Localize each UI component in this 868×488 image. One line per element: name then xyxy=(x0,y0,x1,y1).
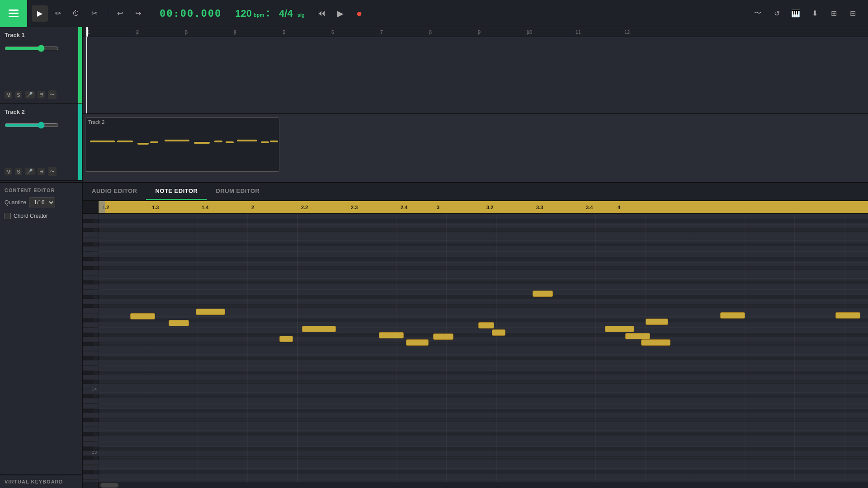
sig-label: sig xyxy=(297,12,305,18)
note-block-8[interactable] xyxy=(433,333,453,340)
play-button[interactable]: ▶ xyxy=(333,6,348,21)
note-ruler: 1.2 1.3 1.4 2 2.2 2.3 2.4 3 3.2 3.3 3.4 … xyxy=(99,201,868,214)
note-block-13[interactable] xyxy=(625,333,650,339)
track-1-row xyxy=(83,37,868,114)
note-block-5[interactable] xyxy=(302,326,336,332)
note-ruler-mark-10: 3.3 xyxy=(536,205,543,210)
c3-label: C3 xyxy=(91,450,97,455)
skip-back-button[interactable]: ⏮ xyxy=(314,6,329,21)
clip-note-4 xyxy=(150,141,158,143)
track-1-fx-button[interactable]: ⊟ xyxy=(38,91,45,99)
svg-rect-21 xyxy=(99,214,868,482)
ruler-mark-3: 3 xyxy=(185,29,188,35)
ruler-mark-2: 2 xyxy=(136,29,139,35)
drum-editor-tab[interactable]: DRUM EDITOR xyxy=(207,183,269,200)
chord-creator-checkbox[interactable] xyxy=(5,213,11,219)
svg-rect-23 xyxy=(99,214,868,482)
note-grid-area[interactable] xyxy=(99,214,868,482)
undo-button[interactable]: ↩ xyxy=(112,5,128,22)
note-block-9[interactable] xyxy=(478,322,494,328)
audio-editor-tab[interactable]: AUDIO EDITOR xyxy=(83,183,146,200)
clip-note-8 xyxy=(226,141,234,143)
svg-rect-24 xyxy=(99,214,868,482)
track-2-env-button[interactable]: 〜 xyxy=(48,167,57,176)
track-2-clip[interactable]: Track 2 xyxy=(85,117,279,172)
note-ruler-mark-12: 4 xyxy=(618,205,620,210)
track-2-mute-button[interactable]: M xyxy=(5,168,12,175)
note-block-7[interactable] xyxy=(406,339,429,346)
track-2-row: Track 2 xyxy=(83,114,868,182)
note-ruler-mark-4: 2 xyxy=(251,205,254,210)
record-button[interactable]: ● xyxy=(352,6,367,21)
select-tool-button[interactable]: ▶ xyxy=(32,5,48,22)
svg-rect-12 xyxy=(83,214,99,482)
pencil-tool-button[interactable]: ✏ xyxy=(50,5,66,22)
note-ruler-mark-11: 3.4 xyxy=(586,205,593,210)
clip-notes xyxy=(85,127,279,171)
clip-note-5 xyxy=(165,140,189,141)
note-ruler-mark-5: 2.2 xyxy=(301,205,308,210)
editor-tabs: AUDIO EDITOR NOTE EDITOR DRUM EDITOR xyxy=(83,183,868,201)
note-block-16[interactable] xyxy=(720,312,745,319)
quantize-row: Quantize 1/16 1/8 1/4 1/2 1 xyxy=(0,196,82,211)
track-2-fx-button[interactable]: ⊟ xyxy=(38,168,45,175)
quantize-select[interactable]: 1/16 1/8 1/4 1/2 1 xyxy=(29,197,55,207)
track-1-mute-button[interactable]: M xyxy=(5,91,12,99)
arrange-tool-button[interactable]: ⊞ xyxy=(826,5,842,22)
track-2-solo-button[interactable]: S xyxy=(15,168,22,175)
ruler-mark-10: 10 xyxy=(527,29,532,35)
track-2-name: Track 2 xyxy=(5,108,77,115)
note-block-10[interactable] xyxy=(492,329,505,336)
track-2-record-button[interactable]: 🎤 xyxy=(25,168,35,175)
note-block-12[interactable] xyxy=(605,326,634,332)
note-block-3[interactable] xyxy=(196,309,225,315)
bpm-label: bpm xyxy=(254,12,264,18)
note-block-15[interactable] xyxy=(646,319,668,325)
note-block-11[interactable] xyxy=(533,291,553,297)
note-block-6[interactable] xyxy=(379,332,404,338)
note-grid[interactable]: 1.2 1.3 1.4 2 2.2 2.3 2.4 3 3.2 3.3 3.4 … xyxy=(99,201,868,488)
timeline-ruler: 1 2 3 4 5 6 7 8 9 10 11 12 xyxy=(83,27,868,37)
curve-tool-button[interactable]: 〜 xyxy=(750,5,766,22)
note-editor-tab[interactable]: NOTE EDITOR xyxy=(146,183,207,200)
bpm-arrows[interactable]: ▲ ▼ xyxy=(266,9,270,19)
editor-area: AUDIO EDITOR NOTE EDITOR DRUM EDITOR xyxy=(83,183,868,488)
ruler-mark-12: 12 xyxy=(624,29,630,35)
transport-controls: ⏮ ▶ ● xyxy=(309,6,372,21)
note-ruler-mark-9: 3.2 xyxy=(486,205,493,210)
track-1-solo-button[interactable]: S xyxy=(15,91,22,99)
note-block-1[interactable] xyxy=(130,313,155,319)
note-editor-scrollbar[interactable] xyxy=(99,482,868,488)
main-area: Track 1 M S 🎤 ⊟ 〜 Track 2 M S 🎤 xyxy=(0,27,868,488)
clock-tool-button[interactable]: ⏱ xyxy=(68,5,84,22)
bpm-down-arrow[interactable]: ▼ xyxy=(266,14,270,19)
bpm-up-arrow[interactable]: ▲ xyxy=(266,9,270,14)
virtual-keyboard-label: VIRTUAL KEYBOARD xyxy=(0,474,83,488)
track-1-env-button[interactable]: 〜 xyxy=(48,90,57,99)
track-2-volume-slider[interactable] xyxy=(5,122,59,129)
cut-tool-button[interactable]: ✂ xyxy=(86,5,102,22)
playhead xyxy=(86,37,87,113)
redo-button[interactable]: ↪ xyxy=(130,5,146,22)
note-block-14[interactable] xyxy=(641,339,670,346)
quantize-label: Quantize xyxy=(5,199,26,206)
track-1-volume-slider[interactable] xyxy=(5,45,59,52)
track-1-controls: M S 🎤 ⊟ 〜 xyxy=(5,90,57,99)
clip-note-2 xyxy=(117,141,133,142)
menu-button[interactable] xyxy=(0,0,27,27)
playhead-marker xyxy=(86,27,88,37)
track-1-color-bar xyxy=(78,27,82,103)
piano-tool-button[interactable]: 🎹 xyxy=(788,5,804,22)
note-block-17[interactable] xyxy=(835,312,860,319)
bpm-display[interactable]: 120 bpm ▲ ▼ xyxy=(231,8,274,19)
loop-tool-button[interactable]: ↺ xyxy=(769,5,785,22)
track-1-record-button[interactable]: 🎤 xyxy=(25,91,35,99)
note-block-4[interactable] xyxy=(279,336,293,342)
track-1-name: Track 1 xyxy=(5,32,77,38)
note-block-2[interactable] xyxy=(169,320,189,326)
grid-tool-button[interactable]: ⊟ xyxy=(844,5,861,22)
download-tool-button[interactable]: ⬇ xyxy=(807,5,823,22)
ruler-mark-7: 7 xyxy=(380,29,383,35)
scrollbar-thumb[interactable] xyxy=(100,483,118,488)
left-panel: CONTENT EDITOR Quantize 1/16 1/8 1/4 1/2… xyxy=(0,183,83,488)
